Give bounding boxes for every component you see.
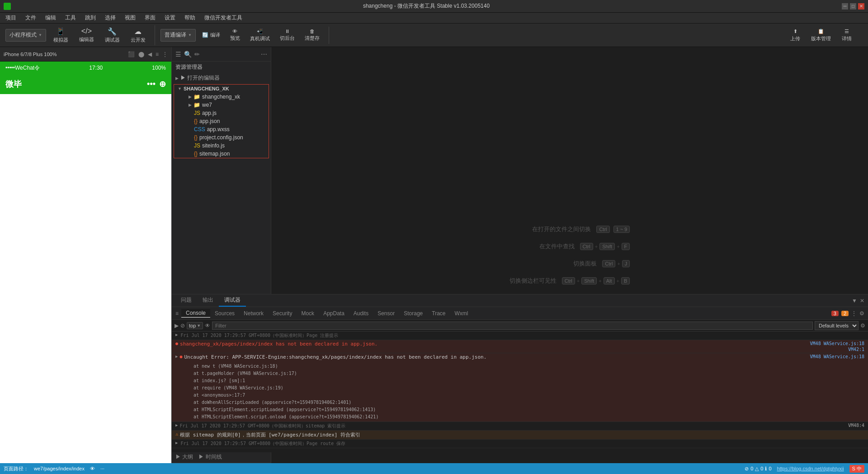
preview-button[interactable]: 👁 预览 — [226, 27, 244, 43]
key-ctrl-sidebar: Ctrl — [562, 277, 575, 284]
menu-item-settings[interactable]: 设置 — [161, 13, 179, 23]
stack-link-5[interactable]: appservice?t=1594978194062:1401 — [264, 400, 349, 405]
cloud-button[interactable]: ☁ 云开发 — [127, 25, 149, 45]
phone-icon-more[interactable]: ⋮ — [162, 51, 168, 57]
file-tree-icon-edit[interactable]: ✏ — [194, 51, 200, 58]
file-label-appwxss: app.wxss — [207, 126, 230, 133]
menu-item-project[interactable]: 项目 — [2, 13, 20, 23]
backend-button[interactable]: ⏸ 切后台 — [276, 27, 298, 43]
phone-content-area — [0, 94, 171, 463]
open-editors-section[interactable]: ▶ ▶ 打开的编辑器 — [172, 73, 271, 83]
console-close-icon[interactable]: ✕ — [860, 298, 864, 304]
stack-link-6[interactable]: appservice?t=1594978194062:1413 — [289, 407, 373, 412]
menu-item-view[interactable]: 视图 — [121, 13, 139, 23]
stack-link-7[interactable]: appservice?t=1594978194062:1421 — [292, 414, 376, 419]
menu-item-help[interactable]: 帮助 — [181, 13, 199, 23]
entry5-msg: 根据 sitemap 的规则[0]，当前页面 [we7/pages/index/… — [180, 431, 864, 438]
file-label-appjson: app.json — [199, 118, 220, 124]
menu-item-tools[interactable]: 工具 — [61, 13, 80, 23]
devtools-tab-mock[interactable]: Mock — [297, 309, 319, 318]
entry3-fileref[interactable]: VM48 WAService.js:18 — [810, 354, 864, 359]
entry2-lineref[interactable]: VM42:1 — [848, 347, 864, 352]
console-stop-icon[interactable]: ⊘ — [180, 322, 185, 329]
title-bar-controls: ─ □ ✕ — [842, 3, 864, 9]
devtools-tab-network[interactable]: Network — [239, 309, 268, 318]
stack-link-2[interactable]: VM48 WAService.js:17 — [240, 371, 294, 376]
file-appjson[interactable]: {} app.json — [174, 117, 269, 125]
entry1-timestamp: Fri Jul 17 2020 17:29:57 GMT+0800（中国标准时间… — [180, 332, 338, 339]
stack-link-4[interactable]: VM48 WAService.js:19 — [226, 385, 280, 390]
console-settings-icon[interactable]: ⚙ — [860, 322, 865, 329]
devtools-left-icon[interactable]: ≡ — [175, 310, 179, 317]
file-siteinfo[interactable]: JS siteinfo.js — [174, 142, 269, 150]
debugger-button[interactable]: 🔧 调试器 — [101, 25, 123, 45]
clear-button[interactable]: 🗑 清楚存 — [301, 27, 323, 43]
file-sitemap[interactable]: {} sitemap.json — [174, 150, 269, 158]
tab-timeline[interactable]: ▶ 时间线 — [198, 453, 222, 461]
menu-item-devtools[interactable]: 微信开发者工具 — [201, 13, 246, 23]
devtools-tab-console[interactable]: Console — [181, 309, 210, 318]
folder-shangcheng[interactable]: ▶ 📁 shangcheng_xk — [174, 93, 269, 101]
maximize-button[interactable]: □ — [850, 3, 856, 9]
console-run-icon[interactable]: ▶ — [175, 322, 179, 329]
upload-button[interactable]: ⬆ 上传 — [787, 27, 804, 44]
close-button[interactable]: ✕ — [858, 3, 864, 9]
status-eye-icon[interactable]: 👁 — [90, 466, 95, 471]
compile-button[interactable]: 🔄 编译 — [198, 30, 224, 40]
menu-item-edit[interactable]: 编辑 — [42, 13, 60, 23]
tab-output[interactable]: 输出 — [197, 294, 219, 307]
devtools-tab-sensor[interactable]: Sensor — [373, 309, 399, 318]
console-filter-input[interactable] — [212, 322, 813, 330]
real-device-button[interactable]: 📲 真机调试 — [246, 27, 274, 44]
phone-nav-dots[interactable]: ••• — [147, 79, 156, 89]
devtools-tab-badges: 3 2 ⋮ ⚙ — [831, 310, 864, 317]
status-more-icon[interactable]: ··· — [100, 466, 104, 471]
folder-arrow-we7: ▶ — [189, 103, 192, 107]
console-eye-icon[interactable]: 👁 — [205, 322, 210, 329]
phone-icon-screen[interactable]: ⬛ — [128, 51, 135, 57]
entry2-fileref[interactable]: VM48 WAService.js:18 — [810, 341, 864, 346]
file-tree-icon-more[interactable]: ⋯ — [261, 51, 267, 58]
devtools-tab-audits[interactable]: Audits — [349, 309, 373, 318]
devtools-tab-security[interactable]: Security — [268, 309, 297, 318]
console-context-selector[interactable]: top ▼ — [187, 322, 203, 329]
devtools-tab-wxml[interactable]: Wxml — [450, 309, 472, 318]
console-level-select[interactable]: Default levels Verbose Info Warnings Err… — [815, 321, 859, 330]
console-collapse-icon[interactable]: ▼ — [852, 298, 857, 304]
minimize-button[interactable]: ─ — [842, 3, 848, 9]
mode-dropdown[interactable]: 小程序模式 ▼ — [5, 29, 46, 42]
phone-nav-add[interactable]: ⊕ — [159, 79, 166, 89]
detail-button[interactable]: ☰ 详情 — [838, 27, 855, 44]
devtools-tab-trace[interactable]: Trace — [427, 309, 450, 318]
file-tree-icon-search[interactable]: 🔍 — [184, 51, 192, 58]
file-projectconfig[interactable]: {} project.config.json — [174, 133, 269, 142]
menu-item-file[interactable]: 文件 — [22, 13, 40, 23]
status-link[interactable]: https://blog.csdn.net/dgtghtyxii — [777, 466, 844, 471]
phone-icon-menu[interactable]: ≡ — [156, 51, 159, 57]
devtools-settings-icon[interactable]: ⚙ — [859, 310, 864, 317]
menu-item-interface[interactable]: 界面 — [141, 13, 159, 23]
tab-debugger[interactable]: 调试器 — [219, 294, 246, 307]
phone-icon-back[interactable]: ◀ — [148, 51, 152, 57]
stack-link-1[interactable]: VM48 WAService.js:18 — [221, 364, 275, 369]
file-appwxss[interactable]: CSS app.wxss — [174, 125, 269, 133]
tab-outline[interactable]: ▶ 大纲 — [175, 453, 193, 461]
menu-item-goto[interactable]: 跳到 — [81, 13, 99, 23]
version-button[interactable]: 📋 版本管理 — [807, 27, 835, 44]
phone-icon-rotate[interactable]: ⬤ — [138, 51, 144, 57]
menu-item-select[interactable]: 选择 — [101, 13, 119, 23]
file-appjs[interactable]: JS app.js — [174, 109, 269, 117]
simulator-button[interactable]: 📱 模拟器 — [50, 25, 72, 45]
editor-button[interactable]: </> 编辑器 — [75, 25, 98, 45]
project-root-item[interactable]: ▼ SHANGCHENG_XK — [174, 85, 269, 93]
stack-link-3[interactable]: index.js? [sm]:1 — [202, 378, 245, 383]
devtools-tab-sources[interactable]: Sources — [210, 309, 239, 318]
file-tree-icon-list[interactable]: ☰ — [175, 51, 181, 58]
folder-we7[interactable]: ▶ 📁 we7 — [174, 101, 269, 109]
devtools-tab-appdata[interactable]: AppData — [319, 309, 349, 318]
compile-dropdown[interactable]: 普通编译 ▼ — [160, 29, 196, 42]
file-icon-appjs: JS — [194, 110, 200, 116]
devtools-more-icon[interactable]: ⋮ — [851, 310, 857, 317]
devtools-tab-storage[interactable]: Storage — [399, 309, 427, 318]
tab-problems[interactable]: 问题 — [175, 294, 197, 307]
